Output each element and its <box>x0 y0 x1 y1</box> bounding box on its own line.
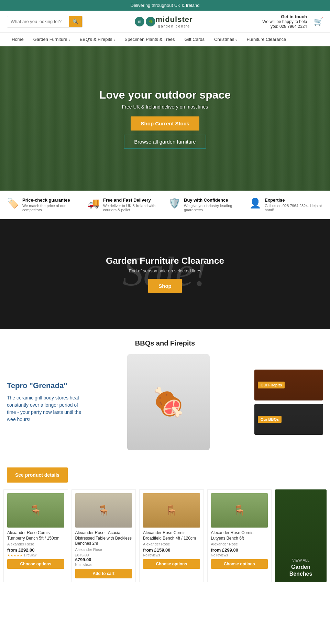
hero-content: Love your outdoor space Free UK & Irelan… <box>99 89 231 149</box>
product-reviews-3: No reviews <box>211 553 268 557</box>
view-all-text: VIEW ALL Garden Benches <box>280 558 321 577</box>
product-brand-1: Alexander Rose <box>75 547 132 552</box>
expertise-icon: 👤 <box>249 197 261 209</box>
bbq-product-info: Tepro "Grenada" The ceramic grill body s… <box>7 381 82 423</box>
product-stars-0: ★★★★★ <box>7 553 23 557</box>
product-review-count-2: No reviews <box>143 553 160 557</box>
feature-expertise-text: Expertise Call us on 028 7964 2324. Help… <box>265 197 323 212</box>
nav-garden-furniture[interactable]: Garden Furniture ‹ <box>29 33 75 46</box>
hero-banner: Love your outdoor space Free UK & Irelan… <box>0 46 330 191</box>
feature-price-text: Price-check guarantee We match the price… <box>22 197 81 212</box>
bbq-section-title: BBQs and Firepits <box>7 339 323 347</box>
see-product-details-button[interactable]: See product details <box>7 467 68 483</box>
bbq-layout: Tepro "Grenada" The ceramic grill body s… <box>7 354 323 450</box>
product-price-1: £799.00 <box>75 557 132 562</box>
bbq-product-name: Tepro "Grenada" <box>7 381 82 390</box>
firepits-badge: Our Firepits <box>258 382 285 388</box>
product-choose-btn-2[interactable]: Choose options <box>143 559 200 569</box>
product-brand-0: Alexander Rose <box>7 542 64 546</box>
logo-circle-1: m <box>135 17 144 26</box>
bbq-grill-image: 🍖 <box>127 354 210 450</box>
product-name-3: Alexander Rose Cornis Lutyens Bench 6ft <box>211 530 268 541</box>
top-banner: Delivering throughout UK & Ireland <box>0 0 330 11</box>
sale-content: Garden Furniture Clearance End of season… <box>106 256 224 293</box>
sale-subtitle: End of season sale on selected lines <box>106 268 224 273</box>
product-add-cart-btn-1[interactable]: Add to cart <box>75 569 132 578</box>
nav-home[interactable]: Home <box>7 33 29 46</box>
logo-circle-2: 🌿 <box>146 17 155 26</box>
product-image-2: 🪑 <box>143 493 200 528</box>
product-image-0: 🪑 <box>7 493 64 528</box>
view-all-card[interactable]: VIEW ALL Garden Benches <box>275 489 327 582</box>
sale-banner: Sale! Garden Furniture Clearance End of … <box>0 219 330 329</box>
nav-clearance[interactable]: Furniture Clearance <box>242 33 291 46</box>
product-details-area: See product details <box>0 461 330 489</box>
product-review-count-3: No reviews <box>211 553 228 557</box>
product-name-1: Alexander Rose - Acacia Distressed Table… <box>75 530 132 546</box>
product-name-0: Alexander Rose Cornis Turnberry Bench 5f… <box>7 530 64 541</box>
price-check-icon: 🏷️ <box>7 197 19 209</box>
search-button[interactable]: 🔍 <box>69 16 82 27</box>
product-brand-3: Alexander Rose <box>211 542 268 546</box>
bbq-product-desc: The ceramic grill body stores heat const… <box>7 394 82 423</box>
view-all-label: VIEW ALL <box>280 558 321 562</box>
feature-confidence-text: Buy with Confidence We give you industry… <box>184 197 242 212</box>
bbqs-badge: Our BBQs <box>258 416 282 423</box>
search-input[interactable] <box>7 16 69 27</box>
bbq-product-image: 🍖 <box>89 354 248 450</box>
sale-shop-button[interactable]: Shop <box>148 279 182 293</box>
product-image-3: 🪑 <box>211 493 268 528</box>
products-section: 🪑 Alexander Rose Cornis Turnberry Bench … <box>0 489 330 592</box>
nav-specimen-plants[interactable]: Specimen Plants & Trees <box>120 33 180 46</box>
shop-current-stock-button[interactable]: Shop Current Stock <box>131 116 200 131</box>
product-old-price-1: £875.00 <box>75 553 132 557</box>
logo[interactable]: m 🌿 midulster garden centre <box>135 15 192 28</box>
product-choose-btn-0[interactable]: Choose options <box>7 559 64 569</box>
logo-icon: m 🌿 <box>135 17 155 26</box>
feature-confidence: 🛡️ Buy with Confidence We give you indus… <box>168 197 242 212</box>
product-reviews-1: No reviews <box>75 563 132 567</box>
product-choose-btn-3[interactable]: Choose options <box>211 559 268 569</box>
product-card-1: 🪑 Alexander Rose - Acacia Distressed Tab… <box>72 489 136 582</box>
product-reviews-0: ★★★★★ 1 review <box>7 553 64 557</box>
product-price-3: from £299.00 <box>211 547 268 553</box>
bbqs-card[interactable]: Our BBQs <box>254 404 323 435</box>
product-review-count-0: 1 review <box>24 553 36 557</box>
product-card-0: 🪑 Alexander Rose Cornis Turnberry Bench … <box>3 489 68 582</box>
view-all-category: Garden Benches <box>289 564 312 576</box>
product-review-count-1: No reviews <box>75 563 92 567</box>
product-image-1: 🪑 <box>75 493 132 528</box>
bbq-categories: Our Firepits Our BBQs <box>254 370 323 435</box>
header: 🔍 m 🌿 midulster garden centre Get in tou… <box>0 11 330 32</box>
feature-delivery-text: Free and Fast Delivery We deliver to UK … <box>103 197 162 212</box>
product-card-2: 🪑 Alexander Rose Cornis Broadfield Bench… <box>139 489 204 582</box>
nav-bbqs[interactable]: BBQ's & Firepits ‹ <box>75 33 120 46</box>
features-bar: 🏷️ Price-check guarantee We match the pr… <box>0 191 330 219</box>
product-reviews-2: No reviews <box>143 553 200 557</box>
product-price-2: from £159.00 <box>143 547 200 553</box>
bbq-section: BBQs and Firepits Tepro "Grenada" The ce… <box>0 329 330 461</box>
feature-delivery: 🚚 Free and Fast Delivery We deliver to U… <box>88 197 162 212</box>
product-name-2: Alexander Rose Cornis Broadfield Bench 4… <box>143 530 200 541</box>
hero-headline: Love your outdoor space <box>99 89 231 101</box>
browse-garden-furniture-button[interactable]: Browse all garden furniture <box>124 135 206 149</box>
main-nav: Home Garden Furniture ‹ BBQ's & Firepits… <box>0 32 330 46</box>
nav-christmas[interactable]: Christmas ‹ <box>209 33 242 46</box>
product-price-0: from £292.00 <box>7 547 64 553</box>
search-area: 🔍 <box>7 16 82 27</box>
sale-title: Garden Furniture Clearance <box>106 256 224 266</box>
hero-subtext: Free UK & Ireland delivery on most lines <box>99 104 231 110</box>
confidence-icon: 🛡️ <box>168 197 180 209</box>
product-brand-2: Alexander Rose <box>143 542 200 546</box>
product-card-3: 🪑 Alexander Rose Cornis Lutyens Bench 6f… <box>207 489 272 582</box>
logo-text: midulster garden centre <box>155 15 192 28</box>
cart-icon[interactable]: 🛒 <box>314 17 323 26</box>
contact-info: Get in touch We will be happy to help yo… <box>245 14 307 29</box>
firepits-card[interactable]: Our Firepits <box>254 370 323 400</box>
nav-gift-cards[interactable]: Gift Cards <box>179 33 209 46</box>
delivery-icon: 🚚 <box>88 197 100 209</box>
feature-price-check: 🏷️ Price-check guarantee We match the pr… <box>7 197 81 212</box>
products-grid: 🪑 Alexander Rose Cornis Turnberry Bench … <box>3 489 327 582</box>
feature-expertise: 👤 Expertise Call us on 028 7964 2324. He… <box>249 197 323 212</box>
